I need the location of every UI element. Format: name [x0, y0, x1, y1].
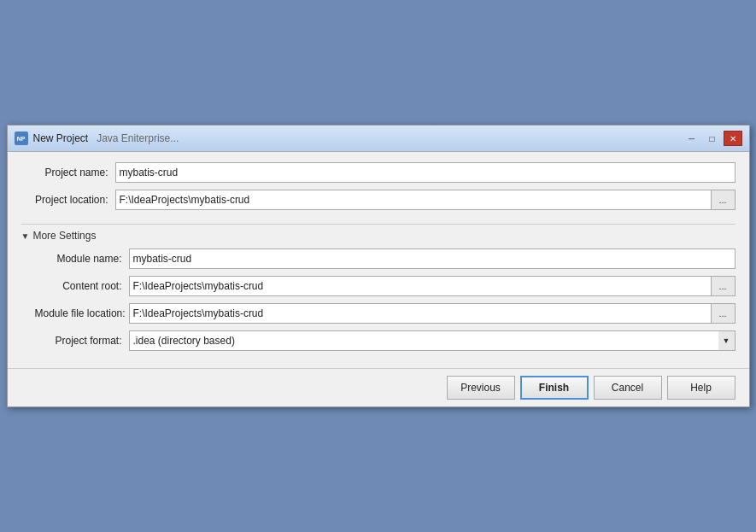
module-name-row: Module name: [35, 248, 735, 269]
project-name-input[interactable] [115, 162, 735, 183]
finish-button[interactable]: Finish [520, 376, 589, 400]
dialog-subtitle: Java Eniterprise... [97, 132, 179, 144]
project-format-label: Project format: [35, 335, 129, 347]
close-button[interactable]: ✕ [724, 131, 742, 146]
project-format-select[interactable]: .idea (directory based) Eclipse (.classp… [129, 330, 735, 351]
title-bar: NP New Project Java Eniterprise... ─ □ ✕ [8, 126, 749, 152]
more-settings-label[interactable]: More Settings [32, 230, 96, 242]
content-root-label: Content root: [35, 280, 129, 292]
collapse-arrow-icon[interactable]: ▼ [21, 231, 30, 241]
help-button[interactable]: Help [667, 376, 735, 400]
module-file-location-label: Module file location: [35, 307, 129, 319]
previous-button[interactable]: Previous [447, 376, 515, 400]
content-root-field-group: ... [129, 276, 735, 296]
project-location-input[interactable] [115, 190, 712, 210]
dialog-body: Project name: Project location: ... ▼ Mo… [8, 152, 749, 368]
new-project-dialog: NP New Project Java Eniterprise... ─ □ ✕… [7, 125, 750, 407]
cancel-button[interactable]: Cancel [594, 376, 662, 400]
title-bar-controls: ─ □ ✕ [683, 131, 742, 146]
minimize-button[interactable]: ─ [683, 131, 701, 146]
dialog-footer: Previous Finish Cancel Help [8, 368, 749, 406]
maximize-button[interactable]: □ [703, 131, 722, 146]
content-root-input[interactable] [129, 276, 712, 296]
dialog-icon: NP [15, 132, 28, 145]
more-settings-header: ▼ More Settings [21, 224, 735, 242]
dialog-title: New Project [33, 132, 89, 144]
more-settings-section: ▼ More Settings Module name: Content roo… [21, 224, 735, 358]
project-location-browse-button[interactable]: ... [712, 190, 735, 210]
module-name-input[interactable] [129, 248, 735, 269]
project-location-field-group: ... [115, 190, 735, 210]
module-file-location-browse-button[interactable]: ... [712, 303, 735, 324]
project-name-row: Project name: [21, 162, 735, 183]
project-location-row: Project location: ... [21, 190, 735, 210]
module-file-location-field-group: ... [129, 303, 735, 324]
module-name-label: Module name: [35, 253, 129, 265]
more-settings-content: Module name: Content root: ... Module fi… [21, 248, 735, 351]
module-file-location-row: Module file location: ... [35, 303, 735, 324]
module-file-location-input[interactable] [129, 303, 712, 324]
project-name-label: Project name: [21, 167, 115, 178]
content-root-browse-button[interactable]: ... [712, 276, 735, 296]
project-format-select-wrapper: .idea (directory based) Eclipse (.classp… [129, 330, 735, 351]
title-bar-left: NP New Project Java Eniterprise... [15, 132, 179, 145]
project-location-label: Project location: [21, 194, 115, 206]
project-format-row: Project format: .idea (directory based) … [35, 330, 735, 351]
content-root-row: Content root: ... [35, 276, 735, 296]
